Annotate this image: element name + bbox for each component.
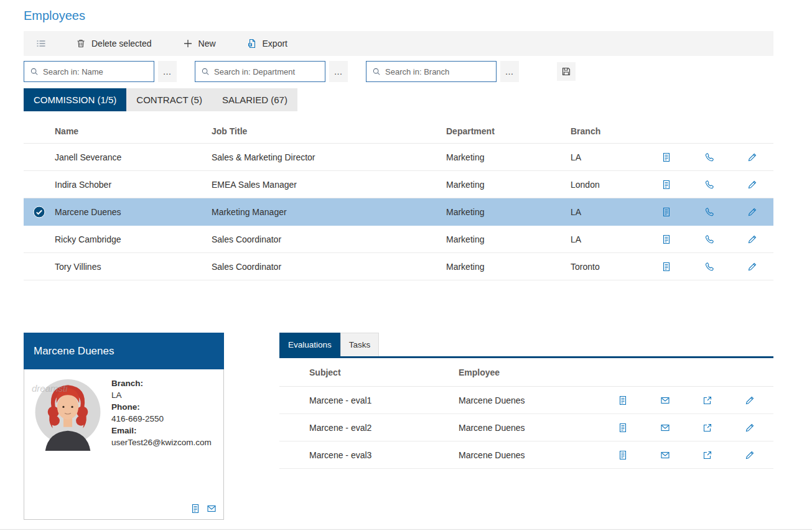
branch-value: LA (111, 389, 212, 401)
phone-icon-button[interactable] (701, 204, 717, 220)
email-value: userTest26@kwizcom.com (111, 436, 212, 448)
tab-commission[interactable]: COMMISSION (1/5) (24, 88, 126, 111)
employee-info: Branch: LA Phone: 416-669-2550 Email: us… (111, 376, 212, 451)
new-button[interactable]: New (174, 31, 225, 56)
evaluation-row[interactable]: Marcene - eval1 Marcene Duenes (279, 387, 773, 414)
mail-icon-button[interactable] (657, 420, 673, 436)
open-item-icon-button[interactable] (699, 447, 716, 463)
phone-icon-button[interactable] (701, 149, 717, 165)
column-header-branch[interactable]: Branch (571, 126, 645, 136)
evaluation-employee: Marcene Duenes (459, 450, 602, 460)
table-row[interactable]: Tory Villines Sales Coordinator Marketin… (24, 253, 773, 280)
card-body: dreamsti Branch: LA Phone: 416-669-2550 … (24, 369, 223, 457)
table-row-selected[interactable]: Marcene Duenes Marketing Manager Marketi… (24, 198, 773, 226)
card-mail-icon-button[interactable] (206, 503, 217, 514)
table-row[interactable]: Indira Schober EMEA Sales Manager Market… (24, 171, 773, 198)
employee-name: Janell Severance (55, 152, 212, 162)
selected-check-icon (33, 206, 45, 218)
tab-evaluations[interactable]: Evaluations (279, 333, 340, 356)
search-name-box (24, 61, 154, 82)
notes-icon-button[interactable] (615, 420, 631, 436)
search-icon (372, 67, 381, 76)
export-button[interactable]: Export (238, 31, 296, 56)
email-label: Email: (111, 425, 212, 436)
employee-job-title: EMEA Sales Manager (212, 180, 446, 190)
employee-department: Marketing (446, 207, 571, 217)
page-title: Employees (24, 9, 773, 23)
open-item-icon-button[interactable] (699, 420, 716, 436)
card-title: Marcene Duenes (24, 333, 224, 369)
phone-icon-button[interactable] (701, 177, 717, 193)
search-department-input[interactable] (214, 67, 319, 76)
column-header-employee[interactable]: Employee (459, 367, 602, 377)
evaluation-row[interactable]: Marcene - eval2 Marcene Duenes (279, 414, 773, 441)
avatar-watermark: dreamsti (32, 383, 68, 394)
phone-value: 416-669-2550 (111, 413, 212, 425)
trash-icon (76, 39, 86, 48)
employee-name: Marcene Duenes (55, 207, 212, 217)
export-label: Export (263, 39, 287, 48)
tab-tasks[interactable]: Tasks (340, 333, 380, 356)
notes-icon-button[interactable] (658, 231, 674, 247)
notes-icon-button[interactable] (615, 392, 631, 409)
page-bottom-divider (0, 529, 812, 530)
card-notes-icon-button[interactable] (190, 503, 201, 514)
table-row[interactable]: Ricky Cambridge Sales Coordinator Market… (24, 226, 773, 253)
mail-icon-button[interactable] (657, 447, 673, 463)
notes-icon-button[interactable] (615, 447, 631, 463)
employee-name: Indira Schober (55, 180, 212, 190)
phone-icon-button[interactable] (701, 259, 717, 275)
employee-name: Ricky Cambridge (55, 234, 212, 244)
branch-label: Branch: (111, 377, 212, 389)
notes-icon-button[interactable] (658, 259, 674, 275)
tab-contract[interactable]: CONTRACT (5) (126, 88, 212, 111)
save-search-button[interactable] (557, 62, 576, 81)
edit-icon-button[interactable] (742, 447, 758, 463)
edit-icon-button[interactable] (744, 177, 760, 193)
detail-area: Marcene Duenes (24, 333, 773, 520)
related-panel: Evaluations Tasks Subject Employee Marce… (279, 333, 773, 469)
employee-branch: LA (571, 152, 645, 162)
column-header-name[interactable]: Name (55, 126, 212, 136)
open-item-icon-button[interactable] (699, 392, 716, 409)
edit-icon-button[interactable] (742, 392, 758, 409)
search-branch-box (366, 61, 497, 82)
table-row[interactable]: Janell Severance Sales & Marketing Direc… (24, 144, 773, 171)
edit-icon-button[interactable] (744, 259, 760, 275)
phone-icon-button[interactable] (701, 231, 717, 247)
delete-selected-button[interactable]: Delete selected (67, 31, 161, 56)
view-tabs: COMMISSION (1/5) CONTRACT (5) SALARIED (… (24, 88, 773, 111)
edit-icon-button[interactable] (744, 231, 760, 247)
view-options-button[interactable] (29, 31, 54, 56)
save-icon (561, 67, 571, 76)
new-label: New (198, 39, 216, 48)
notes-icon-button[interactable] (658, 177, 674, 193)
search-name-input[interactable] (43, 67, 148, 76)
search-row: … … … (24, 61, 773, 82)
search-branch-more-button[interactable]: … (500, 61, 519, 82)
search-group-branch: … (366, 61, 519, 82)
employee-department: Marketing (446, 152, 571, 162)
row-select-cell[interactable] (24, 206, 55, 218)
employee-job-title: Sales Coordinator (212, 262, 446, 272)
notes-icon-button[interactable] (658, 204, 674, 220)
edit-icon-button[interactable] (744, 204, 760, 220)
employee-name: Tory Villines (55, 262, 212, 272)
search-name-more-button[interactable]: … (158, 61, 177, 82)
search-branch-input[interactable] (385, 67, 490, 76)
evaluation-employee: Marcene Duenes (459, 395, 602, 405)
evaluation-subject: Marcene - eval2 (309, 423, 459, 433)
search-department-more-button[interactable]: … (329, 61, 348, 82)
tab-salaried[interactable]: SALARIED (67) (212, 88, 297, 111)
column-header-department[interactable]: Department (446, 126, 571, 136)
notes-icon-button[interactable] (658, 149, 674, 165)
edit-icon-button[interactable] (742, 420, 758, 436)
related-tabs: Evaluations Tasks (279, 333, 773, 356)
evaluation-row[interactable]: Marcene - eval3 Marcene Duenes (279, 441, 773, 469)
mail-icon-button[interactable] (657, 392, 673, 409)
employee-avatar: dreamsti (30, 376, 105, 451)
view-options-icon (36, 39, 46, 48)
edit-icon-button[interactable] (744, 149, 760, 165)
column-header-job-title[interactable]: Job Title (212, 126, 446, 136)
column-header-subject[interactable]: Subject (309, 367, 459, 377)
